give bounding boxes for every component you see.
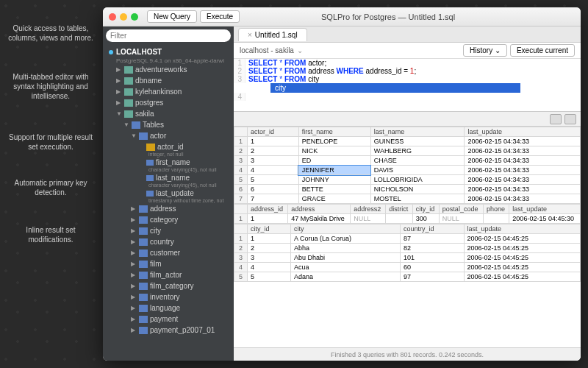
table-country[interactable]: ▶country (103, 236, 234, 247)
cell[interactable]: 4 (248, 263, 291, 272)
cell[interactable]: 2006-02-15 04:45:25 (464, 263, 580, 272)
minimize-icon[interactable] (120, 13, 127, 21)
column-header[interactable]: last_update (509, 205, 581, 214)
cell[interactable]: 47 MySakila Drive (288, 214, 351, 224)
cell[interactable]: 1 (248, 214, 288, 224)
column-last_name[interactable]: last_name (103, 172, 234, 183)
cell[interactable]: WAHLBERG (370, 146, 465, 156)
column-header[interactable]: actor_id (248, 127, 299, 137)
new-query-button[interactable]: New Query (147, 10, 197, 23)
cell[interactable]: 2006-02-15 04:45:30 (509, 214, 581, 224)
tables-folder[interactable]: ▼Tables (103, 119, 234, 130)
table-row[interactable]: 22NICKWAHLBERG2006-02-15 04:34:33 (234, 146, 581, 156)
cell[interactable]: NULL (351, 214, 386, 224)
cell[interactable]: 7 (248, 194, 299, 204)
cell[interactable]: 1 (248, 234, 291, 244)
execute-button[interactable]: Execute (200, 10, 240, 23)
export-icon[interactable] (550, 114, 562, 124)
column-header[interactable]: address2 (351, 205, 386, 214)
table-payment_p2007_01[interactable]: ▶payment_p2007_01 (103, 325, 234, 336)
close-tab-icon[interactable]: × (248, 31, 252, 39)
cell[interactable]: A Corua (La Corua) (291, 234, 401, 244)
history-button[interactable]: History ⌄ (463, 44, 507, 57)
cell[interactable]: 4 (248, 166, 299, 175)
sql-editor[interactable]: 1SELECT * FROM actor; 2SELECT * FROM add… (234, 59, 581, 112)
table-inventory[interactable]: ▶inventory (103, 291, 234, 302)
cell[interactable]: Abu Dhabi (291, 253, 401, 263)
cell[interactable]: 2006-02-15 04:45:25 (464, 234, 580, 244)
cell[interactable]: Adana (291, 272, 401, 282)
cell[interactable]: 2 (248, 244, 291, 253)
cell[interactable]: JOHNNY (298, 175, 370, 185)
cell[interactable]: 1 (248, 137, 299, 146)
result-table[interactable]: city_idcitycountry_idlast_update11A Coru… (234, 224, 581, 282)
cell[interactable]: 2 (248, 146, 299, 156)
cell[interactable]: JENNIFER (298, 166, 370, 175)
column-header[interactable]: last_update (464, 224, 580, 234)
cell[interactable]: 82 (401, 244, 464, 253)
cell[interactable]: LOLLOBRIGIDA (370, 175, 465, 185)
column-actor_id[interactable]: actor_id (103, 141, 234, 152)
cell[interactable]: GUINESS (370, 137, 465, 146)
db-dbname[interactable]: ▶dbname (103, 75, 234, 86)
cell[interactable]: GRACE (298, 194, 370, 204)
cell[interactable]: 2006-02-15 04:34:33 (465, 156, 581, 166)
cell[interactable]: 87 (401, 234, 464, 244)
table-customer[interactable]: ▶customer (103, 247, 234, 258)
cell[interactable]: MOSTEL (370, 194, 465, 204)
table-city[interactable]: ▶city (103, 225, 234, 236)
results-panel[interactable]: actor_idfirst_namelast_namelast_update11… (234, 127, 581, 347)
cell[interactable] (386, 214, 413, 224)
cell[interactable]: 2006-02-15 04:45:25 (464, 244, 580, 253)
table-row[interactable]: 66BETTENICHOLSON2006-02-15 04:34:33 (234, 185, 581, 194)
table-row[interactable]: 11PENELOPEGUINESS2006-02-15 04:34:33 (234, 137, 581, 146)
table-payment[interactable]: ▶payment (103, 314, 234, 325)
cell[interactable]: Acua (291, 263, 401, 272)
table-film_category[interactable]: ▶film_category (103, 280, 234, 291)
connection-crumb[interactable]: localhost - sakila (240, 46, 294, 54)
column-header[interactable]: address_id (248, 205, 288, 214)
cell[interactable]: PENELOPE (298, 137, 370, 146)
table-language[interactable]: ▶language (103, 302, 234, 314)
table-row[interactable]: 77GRACEMOSTEL2006-02-15 04:34:33 (234, 194, 581, 204)
column-header[interactable]: last_name (370, 127, 465, 137)
cell[interactable]: 101 (401, 253, 464, 263)
cell[interactable]: NICK (298, 146, 370, 156)
editor-tab[interactable]: ×Untitled 1.sql (238, 28, 307, 41)
cell[interactable]: 3 (248, 253, 291, 263)
db-postgres[interactable]: ▶postgres (103, 97, 234, 108)
cell[interactable]: 3 (248, 156, 299, 166)
table-category[interactable]: ▶category (103, 214, 234, 225)
table-row[interactable]: 55JOHNNYLOLLOBRIGIDA2006-02-15 04:34:33 (234, 175, 581, 185)
table-film_actor[interactable]: ▶film_actor (103, 269, 234, 280)
cell[interactable]: 2006-02-15 04:45:25 (464, 272, 580, 282)
column-first_name[interactable]: first_name (103, 157, 234, 168)
cell[interactable]: 2006-02-15 04:34:33 (465, 146, 581, 156)
table-actor[interactable]: ▼actor (103, 130, 234, 141)
cell[interactable]: DAVIS (370, 166, 465, 175)
cell[interactable]: BETTE (298, 185, 370, 194)
table-row[interactable]: 33EDCHASE2006-02-15 04:34:33 (234, 156, 581, 166)
column-header[interactable]: last_update (465, 127, 581, 137)
column-header[interactable]: district (386, 205, 413, 214)
cell[interactable]: 6 (248, 185, 299, 194)
table-row[interactable]: 22Abha822006-02-15 04:45:25 (234, 244, 581, 253)
result-table[interactable]: address_idaddressaddress2districtcity_id… (234, 204, 581, 224)
cell[interactable]: 60 (401, 263, 464, 272)
cell[interactable]: Abha (291, 244, 401, 253)
cell[interactable]: 5 (248, 272, 291, 282)
chevron-down-icon[interactable]: ⌄ (297, 46, 303, 54)
maximize-icon[interactable] (131, 13, 138, 21)
column-header[interactable]: country_id (401, 224, 464, 234)
table-row[interactable]: 1147 MySakila DriveNULL300NULL2006-02-15… (234, 214, 581, 224)
table-address[interactable]: ▶address (103, 203, 234, 214)
intellisense-item[interactable]: city (270, 83, 520, 93)
close-icon[interactable] (109, 13, 116, 21)
table-row[interactable]: 55Adana972006-02-15 04:45:25 (234, 272, 581, 282)
cell[interactable]: 2006-02-15 04:34:33 (465, 175, 581, 185)
column-header[interactable]: city_id (412, 205, 439, 214)
column-header[interactable]: city_id (248, 224, 291, 234)
table-film[interactable]: ▶film (103, 258, 234, 269)
column-header[interactable]: postal_code (439, 205, 483, 214)
table-row[interactable]: 33Abu Dhabi1012006-02-15 04:45:25 (234, 253, 581, 263)
